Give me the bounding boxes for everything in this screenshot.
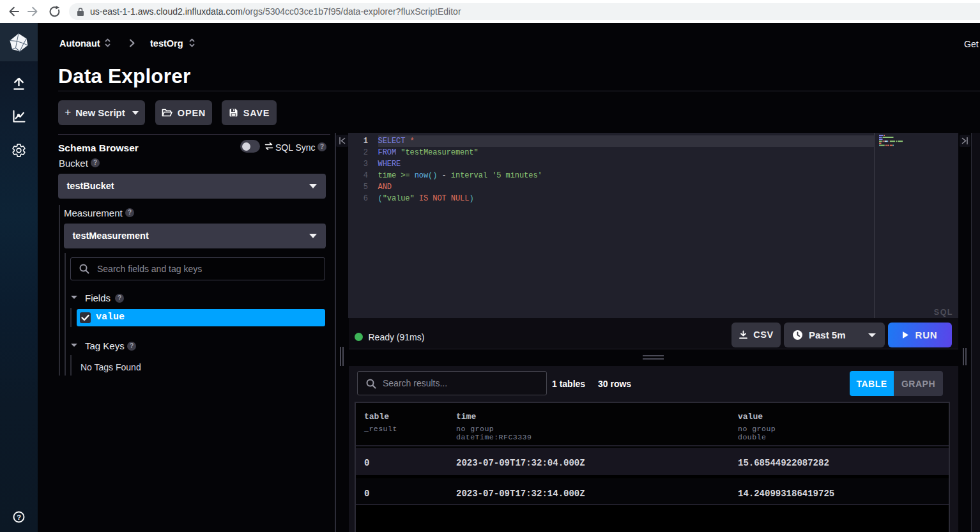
svg-text:?: ? (17, 513, 21, 521)
